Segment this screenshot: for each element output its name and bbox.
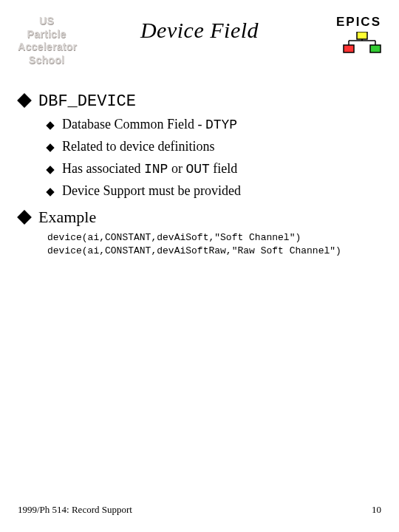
code-example: device(ai,CONSTANT,devAiSoft,"Soft Chann… [19,231,381,257]
bullet-text: Related to device definitions [62,139,214,154]
epics-label: EPICS [324,15,381,30]
slide-title: Device Field [75,15,324,43]
svg-rect-5 [344,45,354,52]
uspas-logo: US Particle Accelerator School [18,15,75,66]
diamond-bullet-icon [46,166,54,174]
logo-line: US [18,15,75,28]
list-item: Device Support must be provided [47,183,381,199]
epics-icon [324,32,381,60]
bullet-level1: Example [19,208,381,227]
diamond-bullet-icon [46,143,54,151]
slide-content: DBF_DEVICE Database Common Field - DTYP … [18,92,381,257]
sub-bullet-list: Database Common Field - DTYP Related to … [19,117,381,199]
bullet-text: Has associated INP or OUT field [62,161,237,177]
bullet-level1: DBF_DEVICE [19,92,381,111]
bullet-text: Device Support must be provided [62,183,241,199]
list-item: Related to device definitions [47,139,381,154]
svg-rect-6 [370,45,381,52]
list-item: Has associated INP or OUT field [47,161,381,177]
epics-logo: EPICS [324,15,381,60]
logo-line: Accelerator [18,41,75,54]
logo-line: School [18,54,75,67]
slide-header: US Particle Accelerator School Device Fi… [18,15,381,66]
diamond-bullet-icon [46,188,54,196]
footer-page-number: 10 [372,504,381,516]
bullet-text: Database Common Field - DTYP [62,117,237,132]
list-item: Database Common Field - DTYP [47,117,381,132]
section-heading: Example [38,208,96,227]
footer-left: 1999/Ph 514: Record Support [18,504,132,516]
diamond-bullet-icon [46,121,54,129]
svg-rect-4 [357,32,367,39]
logo-line: Particle [18,28,75,41]
diamond-bullet-icon [17,93,32,108]
slide-footer: 1999/Ph 514: Record Support 10 [18,504,381,516]
section-heading: DBF_DEVICE [38,92,136,111]
diamond-bullet-icon [17,210,32,225]
